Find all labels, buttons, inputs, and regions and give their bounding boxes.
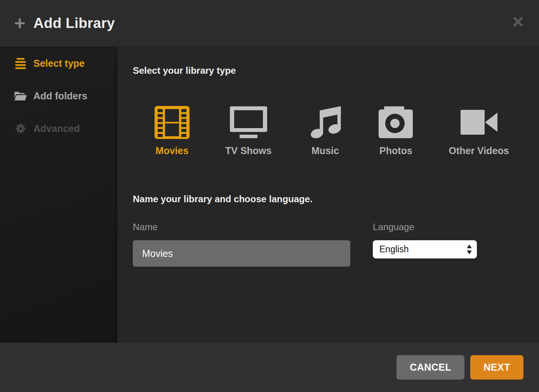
dialog-footer: CANCEL NEXT — [0, 343, 539, 392]
library-type-music[interactable]: Music — [307, 105, 343, 156]
library-type-label: TV Shows — [225, 145, 271, 156]
tv-icon — [230, 105, 267, 140]
video-camera-icon — [461, 105, 497, 140]
close-button[interactable] — [511, 15, 525, 29]
library-type-tv-shows[interactable]: TV Shows — [225, 105, 271, 156]
select-spinner-icon — [466, 244, 472, 255]
library-type-heading: Select your library type — [133, 65, 523, 76]
language-select[interactable]: English — [373, 240, 477, 258]
sidebar-item-add-folders[interactable]: Add folders — [0, 80, 117, 112]
library-type-other-videos[interactable]: Other Videos — [449, 105, 509, 156]
add-library-dialog: Add Library — [0, 0, 539, 392]
camera-icon — [379, 105, 413, 140]
name-language-heading: Name your library and choose language. — [133, 194, 523, 205]
library-type-label: Photos — [379, 145, 412, 156]
sidebar-item-select-type[interactable]: Select type — [0, 47, 117, 80]
library-type-label: Other Videos — [449, 145, 509, 156]
next-button[interactable]: NEXT — [470, 355, 523, 380]
list-icon — [14, 57, 27, 69]
folder-open-icon — [14, 90, 27, 102]
library-name-input[interactable] — [133, 240, 350, 267]
language-label: Language — [373, 222, 477, 232]
sidebar-item-advanced: Advanced — [0, 112, 117, 145]
close-icon — [512, 16, 524, 28]
sidebar-item-label: Advanced — [33, 123, 80, 134]
name-language-fields: Name Language English — [133, 222, 523, 267]
library-type-label: Music — [311, 145, 339, 156]
gear-icon — [14, 122, 27, 135]
wizard-steps-sidebar: Select type Add folders — [0, 47, 117, 343]
dialog-title: Add Library — [33, 15, 115, 31]
library-type-movies[interactable]: Movies — [155, 105, 190, 156]
main-panel: Select your library type — [117, 47, 539, 343]
dialog-header: Add Library — [0, 0, 539, 47]
library-type-photos[interactable]: Photos — [379, 105, 413, 156]
plus-icon — [14, 17, 26, 29]
name-label: Name — [133, 222, 350, 232]
sidebar-item-label: Select type — [33, 58, 85, 69]
library-type-label: Movies — [156, 145, 189, 156]
music-note-icon — [307, 105, 343, 140]
language-selected-value: English — [379, 244, 466, 255]
sidebar-item-label: Add folders — [33, 90, 87, 102]
library-type-picker: Movies TV Shows — [155, 105, 523, 156]
cancel-button[interactable]: CANCEL — [396, 355, 464, 380]
film-icon — [155, 105, 190, 140]
